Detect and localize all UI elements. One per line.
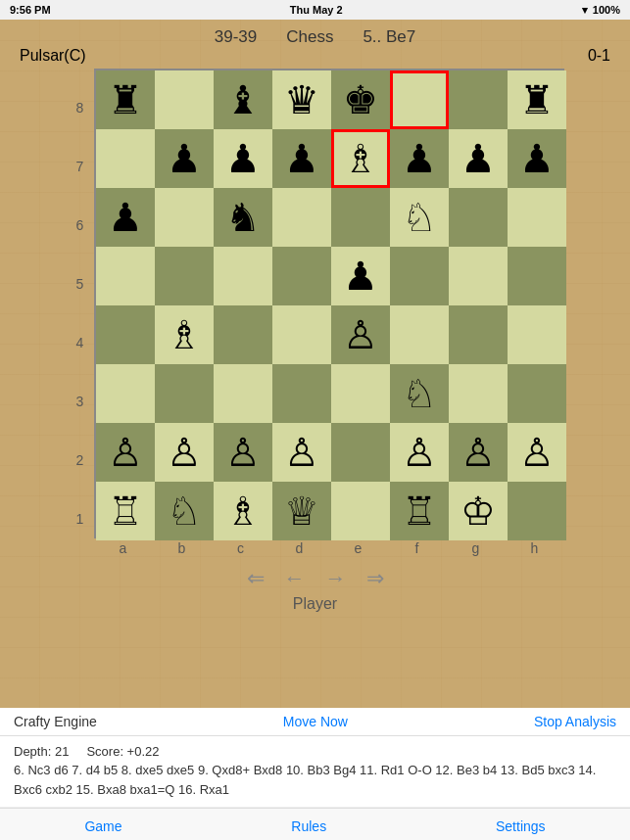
piece: ♙	[460, 433, 496, 472]
cell-r1c6[interactable]: ♟	[449, 129, 508, 188]
cell-r0c6[interactable]	[449, 70, 508, 129]
rank-5: 5	[67, 255, 94, 313]
piece: ♖	[108, 491, 143, 531]
piece: ♙	[225, 433, 261, 472]
piece: ♟	[284, 139, 319, 178]
stop-analysis-button[interactable]: Stop Analysis	[534, 714, 616, 729]
cell-r4c1[interactable]: ♗	[155, 305, 214, 364]
cell-r7c6[interactable]: ♔	[449, 482, 508, 540]
cell-r1c4[interactable]: ♗	[331, 129, 390, 188]
rank-2: 2	[67, 431, 94, 490]
cell-r0c1[interactable]	[155, 70, 214, 129]
cell-r6c4[interactable]	[331, 423, 390, 482]
cell-r1c5[interactable]: ♟	[390, 129, 449, 188]
cell-r2c3[interactable]	[272, 188, 331, 247]
cell-r6c3[interactable]: ♙	[272, 423, 331, 482]
cell-r0c0[interactable]: ♜	[96, 70, 155, 129]
cell-r4c7[interactable]	[508, 305, 566, 364]
cell-r4c6[interactable]	[449, 305, 508, 364]
cell-r0c3[interactable]: ♛	[272, 70, 331, 129]
cell-r2c6[interactable]	[449, 188, 508, 247]
first-move-button[interactable]: ⇐	[247, 566, 265, 591]
cell-r5c4[interactable]	[331, 364, 390, 423]
cell-r1c0[interactable]	[96, 129, 155, 188]
cell-r4c4[interactable]: ♙	[331, 305, 390, 364]
move-now-button[interactable]: Move Now	[283, 714, 348, 729]
cell-r2c1[interactable]	[155, 188, 214, 247]
cell-r6c2[interactable]: ♙	[214, 423, 272, 482]
cell-r3c7[interactable]	[508, 247, 566, 305]
piece: ♘	[167, 491, 202, 531]
piece: ♕	[284, 491, 319, 531]
cell-r2c2[interactable]: ♞	[214, 188, 272, 247]
piece: ♗	[225, 491, 261, 531]
cell-r7c0[interactable]: ♖	[96, 482, 155, 540]
piece: ♖	[402, 491, 437, 531]
cell-r0c4[interactable]: ♚	[331, 70, 390, 129]
cell-r4c0[interactable]	[96, 305, 155, 364]
cell-r3c6[interactable]	[449, 247, 508, 305]
cell-r6c0[interactable]: ♙	[96, 423, 155, 482]
cell-r4c3[interactable]	[272, 305, 331, 364]
last-move-button[interactable]: ⇒	[366, 566, 384, 591]
tab-settings[interactable]: Settings	[486, 817, 556, 836]
cell-r1c2[interactable]: ♟	[214, 129, 272, 188]
piece: ♗	[167, 315, 202, 354]
chess-board[interactable]: ♜♝♛♚♜♟♟♟♗♟♟♟♟♞♘♟♗♙♘♙♙♙♙♙♙♙♖♘♗♕♖♔	[94, 69, 564, 538]
cell-r3c5[interactable]	[390, 247, 449, 305]
cell-r2c5[interactable]: ♘	[390, 188, 449, 247]
piece: ♙	[343, 315, 378, 354]
cell-r5c6[interactable]	[449, 364, 508, 423]
cell-r5c3[interactable]	[272, 364, 331, 423]
status-bar: 9:56 PM Thu May 2 ▾ 100%	[0, 0, 630, 20]
cell-r3c2[interactable]	[214, 247, 272, 305]
cell-r6c1[interactable]: ♙	[155, 423, 214, 482]
cell-r5c2[interactable]	[214, 364, 272, 423]
cell-r1c7[interactable]: ♟	[508, 129, 566, 188]
next-move-button[interactable]: →	[325, 566, 347, 591]
game-name: Chess	[286, 27, 333, 47]
game-header: 39-39 Chess 5.. Be7 Pulsar(C) 0-1	[0, 20, 630, 69]
rank-4: 4	[67, 313, 94, 372]
cell-r5c7[interactable]	[508, 364, 566, 423]
cell-r1c1[interactable]: ♟	[155, 129, 214, 188]
cell-r7c2[interactable]: ♗	[214, 482, 272, 540]
cell-r7c1[interactable]: ♘	[155, 482, 214, 540]
cell-r5c1[interactable]	[155, 364, 214, 423]
score-display: 0-1	[588, 47, 610, 65]
cell-r7c5[interactable]: ♖	[390, 482, 449, 540]
cell-r7c7[interactable]	[508, 482, 566, 540]
prev-move-button[interactable]: ←	[284, 566, 306, 591]
rank-8: 8	[67, 78, 94, 137]
file-b: b	[153, 540, 212, 556]
piece: ♛	[284, 80, 319, 119]
cell-r2c7[interactable]	[508, 188, 566, 247]
cell-r6c7[interactable]: ♙	[508, 423, 566, 482]
battery-level: 100%	[593, 4, 620, 16]
cell-r3c1[interactable]	[155, 247, 214, 305]
cell-r7c4[interactable]	[331, 482, 390, 540]
cell-r6c5[interactable]: ♙	[390, 423, 449, 482]
rank-3: 3	[67, 372, 94, 431]
cell-r3c4[interactable]: ♟	[331, 247, 390, 305]
cell-r2c0[interactable]: ♟	[96, 188, 155, 247]
cell-r7c3[interactable]: ♕	[272, 482, 331, 540]
tab-game[interactable]: Game	[74, 817, 131, 836]
cell-r0c7[interactable]: ♜	[508, 70, 566, 129]
move-notation: 5.. Be7	[363, 27, 415, 47]
cell-r5c0[interactable]	[96, 364, 155, 423]
engine-bar: Crafty Engine Move Now Stop Analysis	[0, 708, 630, 736]
piece: ♞	[225, 198, 261, 237]
cell-r5c5[interactable]: ♘	[390, 364, 449, 423]
cell-r0c5[interactable]	[390, 70, 449, 129]
tab-rules[interactable]: Rules	[281, 817, 336, 836]
cell-r2c4[interactable]	[331, 188, 390, 247]
cell-r4c5[interactable]	[390, 305, 449, 364]
cell-r1c3[interactable]: ♟	[272, 129, 331, 188]
cell-r0c2[interactable]: ♝	[214, 70, 272, 129]
cell-r3c0[interactable]	[96, 247, 155, 305]
cell-r4c2[interactable]	[214, 305, 272, 364]
piece: ♜	[519, 80, 555, 119]
cell-r3c3[interactable]	[272, 247, 331, 305]
cell-r6c6[interactable]: ♙	[449, 423, 508, 482]
